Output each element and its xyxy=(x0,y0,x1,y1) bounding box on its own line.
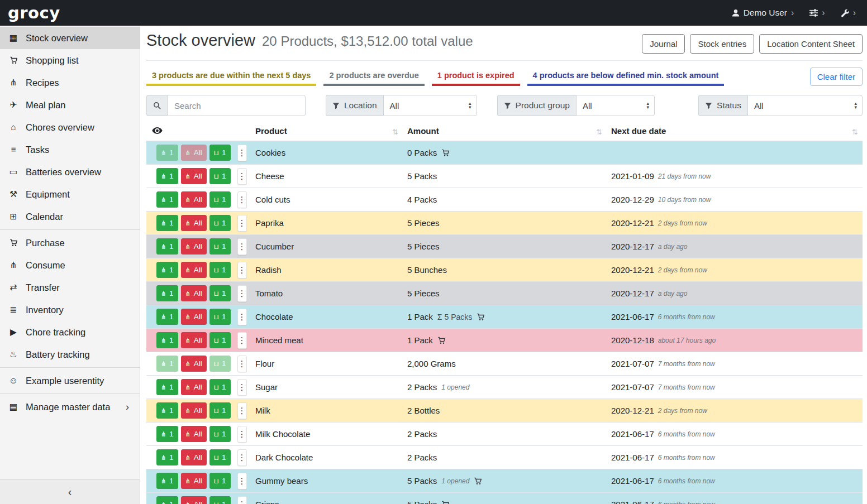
column-header-next-due-date[interactable]: Next due date⇅ xyxy=(607,124,863,141)
status-filter-0[interactable]: 3 products are due within the next 5 day… xyxy=(146,68,316,86)
open-one-button[interactable]: ⊔1 xyxy=(209,379,231,395)
sidebar-item-transfer[interactable]: ⇄ Transfer xyxy=(0,276,140,299)
consume-all-button[interactable]: ⋔All xyxy=(181,496,207,504)
sidebar-item-example-userentity[interactable]: ☺ Example userentity xyxy=(0,369,140,392)
open-one-button[interactable]: ⊔1 xyxy=(209,473,231,489)
product-name[interactable]: Dark Chocolate xyxy=(255,453,313,462)
consume-all-button[interactable]: ⋔All xyxy=(181,215,207,231)
row-menu-button[interactable]: ⋮ xyxy=(237,449,247,466)
status-select[interactable]: All ▴▾ xyxy=(747,95,863,116)
consume-one-button[interactable]: ⋔1 xyxy=(156,402,178,419)
row-menu-button[interactable]: ⋮ xyxy=(237,379,247,396)
row-menu-button[interactable]: ⋮ xyxy=(237,309,247,325)
consume-one-button[interactable]: ⋔1 xyxy=(156,496,178,504)
open-one-button[interactable]: ⊔1 xyxy=(209,191,231,208)
row-menu-button[interactable]: ⋮ xyxy=(237,238,247,255)
row-menu-button[interactable]: ⋮ xyxy=(237,262,247,279)
consume-all-button[interactable]: ⋔All xyxy=(181,262,207,278)
consume-one-button[interactable]: ⋔1 xyxy=(156,473,178,489)
sidebar-collapse-button[interactable]: ‹ xyxy=(0,479,140,504)
sidebar-item-purchase[interactable]: Purchase xyxy=(0,232,140,254)
consume-one-button[interactable]: ⋔1 xyxy=(156,168,178,184)
product-name[interactable]: Radish xyxy=(255,265,282,275)
product-name[interactable]: Cookies xyxy=(255,148,285,157)
product-name[interactable]: Cold cuts xyxy=(255,195,290,204)
consume-all-button[interactable]: ⋔All xyxy=(181,473,207,489)
sidebar-item-manage-master-data[interactable]: ▤ Manage master data › xyxy=(0,396,140,418)
product-group-select[interactable]: All ▴▾ xyxy=(576,95,655,116)
open-one-button[interactable]: ⊔1 xyxy=(209,449,231,465)
consume-one-button[interactable]: ⋔1 xyxy=(156,309,178,325)
open-one-button[interactable]: ⊔1 xyxy=(209,145,231,161)
column-header-amount[interactable]: Amount⇅ xyxy=(403,124,607,141)
row-menu-button[interactable]: ⋮ xyxy=(237,496,247,504)
sidebar-item-recipes[interactable]: ⋔ Recipes xyxy=(0,71,140,94)
sidebar-item-chores-overview[interactable]: ⌂ Chores overview xyxy=(0,116,140,138)
open-one-button[interactable]: ⊔1 xyxy=(209,332,231,348)
row-menu-button[interactable]: ⋮ xyxy=(237,285,247,302)
status-filter-1[interactable]: 2 products are overdue xyxy=(323,68,424,86)
open-one-button[interactable]: ⊔1 xyxy=(209,168,231,184)
consume-one-button[interactable]: ⋔1 xyxy=(156,215,178,231)
row-menu-button[interactable]: ⋮ xyxy=(237,191,247,208)
consume-all-button[interactable]: ⋔All xyxy=(181,309,207,325)
consume-all-button[interactable]: ⋔All xyxy=(181,356,207,372)
clear-filter-button[interactable]: Clear filter xyxy=(810,68,863,86)
sidebar-item-inventory[interactable]: ≣ Inventory xyxy=(0,299,140,321)
settings-menu[interactable]: › xyxy=(809,8,825,18)
consume-all-button[interactable]: ⋔All xyxy=(181,191,207,208)
sidebar-item-calendar[interactable]: ⊞ Calendar xyxy=(0,205,140,228)
consume-one-button[interactable]: ⋔1 xyxy=(156,145,178,161)
row-menu-button[interactable]: ⋮ xyxy=(237,402,247,419)
sidebar-item-tasks[interactable]: ≡ Tasks xyxy=(0,138,140,161)
product-name[interactable]: Sugar xyxy=(255,382,278,392)
open-one-button[interactable]: ⊔1 xyxy=(209,238,231,255)
search-input[interactable] xyxy=(167,95,306,116)
open-one-button[interactable]: ⊔1 xyxy=(209,496,231,504)
product-name[interactable]: Tomato xyxy=(255,289,283,298)
product-name[interactable]: Flour xyxy=(255,359,274,368)
consume-all-button[interactable]: ⋔All xyxy=(181,426,207,442)
open-one-button[interactable]: ⊔1 xyxy=(209,402,231,419)
sidebar-item-equipment[interactable]: ⚒ Equipment xyxy=(0,183,140,205)
open-one-button[interactable]: ⊔1 xyxy=(209,356,231,372)
consume-one-button[interactable]: ⋔1 xyxy=(156,332,178,348)
status-filter-3[interactable]: 4 products are below defined min. stock … xyxy=(527,68,725,86)
open-one-button[interactable]: ⊔1 xyxy=(209,285,231,301)
app-logo[interactable]: grocy xyxy=(8,3,60,22)
sidebar-item-battery-tracking[interactable]: ♨ Battery tracking xyxy=(0,343,140,366)
location-content-sheet-button[interactable]: Location Content Sheet xyxy=(759,34,863,54)
consume-one-button[interactable]: ⋔1 xyxy=(156,449,178,465)
consume-all-button[interactable]: ⋔All xyxy=(181,379,207,395)
sidebar-item-batteries-overview[interactable]: ▭ Batteries overview xyxy=(0,161,140,183)
stock-entries-button[interactable]: Stock entries xyxy=(690,34,754,54)
product-name[interactable]: Paprika xyxy=(255,218,284,228)
product-name[interactable]: Cheese xyxy=(255,171,284,181)
row-menu-button[interactable]: ⋮ xyxy=(237,356,247,372)
product-name[interactable]: Minced meat xyxy=(255,335,303,345)
sidebar-item-stock-overview[interactable]: ▦ Stock overview xyxy=(0,27,140,49)
consume-one-button[interactable]: ⋔1 xyxy=(156,356,178,372)
sidebar-item-consume[interactable]: ⋔ Consume xyxy=(0,254,140,276)
journal-button[interactable]: Journal xyxy=(642,34,685,54)
open-one-button[interactable]: ⊔1 xyxy=(209,426,231,442)
product-name[interactable]: Gummy bears xyxy=(255,476,308,486)
consume-all-button[interactable]: ⋔All xyxy=(181,449,207,465)
user-menu[interactable]: Demo User › xyxy=(732,8,794,18)
row-menu-button[interactable]: ⋮ xyxy=(237,215,247,232)
consume-one-button[interactable]: ⋔1 xyxy=(156,285,178,301)
open-one-button[interactable]: ⊔1 xyxy=(209,215,231,231)
consume-all-button[interactable]: ⋔All xyxy=(181,285,207,301)
admin-menu[interactable]: › xyxy=(841,8,856,18)
row-menu-button[interactable]: ⋮ xyxy=(237,473,247,489)
consume-one-button[interactable]: ⋔1 xyxy=(156,426,178,442)
column-header-product[interactable]: Product⇅ xyxy=(251,124,403,141)
product-name[interactable]: Chocolate xyxy=(255,312,293,321)
product-name[interactable]: Cucumber xyxy=(255,242,294,251)
consume-all-button[interactable]: ⋔All xyxy=(181,145,207,161)
eye-icon[interactable] xyxy=(152,127,163,135)
consume-one-button[interactable]: ⋔1 xyxy=(156,191,178,208)
consume-one-button[interactable]: ⋔1 xyxy=(156,238,178,255)
consume-one-button[interactable]: ⋔1 xyxy=(156,379,178,395)
sidebar-item-meal-plan[interactable]: ✈ Meal plan xyxy=(0,94,140,116)
